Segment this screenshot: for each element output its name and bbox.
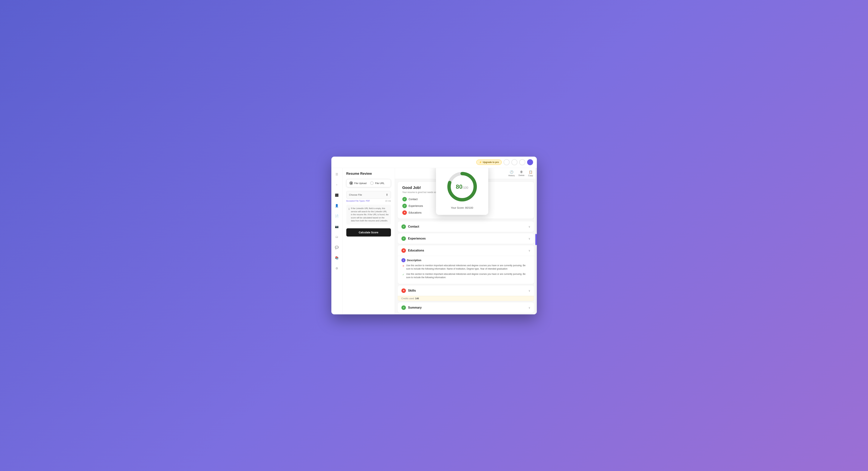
accordion-experiences-title: ✓ Experiences	[401, 236, 426, 241]
browser-controls: ⚡ Upgrade to pro	[476, 159, 533, 165]
radio-file-upload[interactable]: File Upload	[349, 181, 367, 185]
score-label: Your Score: 80/100	[451, 206, 473, 209]
lightning-icon: ⚡	[479, 161, 482, 164]
accordion-summary-header[interactable]: ✓ Summary ∨	[398, 302, 534, 313]
skills-status-icon: ✕	[401, 289, 406, 293]
radio-file-url[interactable]: File URL	[370, 181, 384, 185]
accordion-skills: ✕ Skills ∨ Credits used: 146	[398, 285, 534, 301]
browser-top-bar: ⚡ Upgrade to pro	[331, 157, 537, 168]
accordion-summary-title: ✓ Summary	[401, 305, 422, 310]
user-avatar-1[interactable]	[503, 159, 509, 165]
scrollbar-track	[535, 168, 537, 314]
user-avatar-2[interactable]	[512, 159, 518, 165]
donut-chart: 80/100	[445, 170, 479, 203]
feedback-item-2: ✓ Use this section to mention important …	[402, 272, 530, 279]
copy-label: Copy	[528, 174, 533, 177]
main-layout: ☰ › ⬛ 👤 📄 📷 🗂 💬 📚 ⚙ Resume Review File U…	[331, 168, 537, 314]
educations-status-icon: ✕	[401, 248, 406, 253]
upload-icon: ⬆	[386, 193, 388, 197]
feedback-pass-icon-2: ✓	[402, 273, 404, 279]
sidebar-chat-icon[interactable]: 💬	[333, 244, 340, 251]
delete-action[interactable]: 🗑 Delete	[519, 170, 525, 177]
summary-chevron: ∨	[528, 306, 530, 309]
info-icon: ℹ	[348, 207, 349, 222]
feedback-fail-icon-1: ✕	[402, 264, 404, 270]
radio-group: File Upload File URL	[346, 179, 391, 187]
label-experiences: Experiences	[409, 204, 423, 207]
summary-title-label: Summary	[408, 306, 422, 309]
user-avatar-3[interactable]	[519, 159, 525, 165]
file-upload-area[interactable]: Choose File ⬆	[346, 191, 391, 199]
status-educations: ✕	[402, 210, 407, 215]
history-label: History	[508, 174, 515, 177]
radio-circle-upload	[349, 181, 353, 185]
sidebar-expand-icon[interactable]: ›	[333, 181, 340, 188]
summary-status-icon: ✓	[401, 305, 406, 310]
delete-label: Delete	[519, 174, 525, 176]
feedback-text-1: Use this section to mention important ed…	[406, 264, 530, 270]
label-educations: Educations	[409, 211, 422, 214]
sidebar-document-icon[interactable]: 📄	[333, 213, 340, 220]
accordion-educations-header[interactable]: ✕ Educations ∨	[398, 245, 534, 256]
content-area: 80/100 Your Score: 80/100 🕐 History 🗑 De…	[395, 168, 537, 314]
sidebar-folder-icon[interactable]: 🗂	[333, 234, 340, 240]
left-panel: Resume Review File Upload File URL Choos…	[343, 168, 395, 314]
file-size-label: 10 mb	[385, 200, 391, 202]
label-contact: Contact	[409, 198, 417, 201]
sidebar-layers-icon[interactable]: ⬛	[333, 192, 340, 198]
description-header: i Description	[401, 256, 530, 264]
contact-status-icon: ✓	[401, 225, 406, 229]
browser-window: ⚡ Upgrade to pro ☰ › ⬛ 👤 📄 📷 🗂 💬 📚 ⚙ Res…	[331, 157, 537, 314]
accordion-contact-header[interactable]: ✓ Contact ∨	[398, 222, 534, 232]
file-types-label: Accepted File Types: PDF	[346, 200, 370, 202]
accordion-container: ✓ Contact ∨ ✓ Experiences ∨	[398, 222, 534, 313]
experiences-title-label: Experiences	[408, 237, 426, 240]
accordion-educations-title: ✕ Educations	[401, 248, 424, 253]
credits-value: 146	[415, 297, 419, 300]
score-total: /100	[463, 186, 468, 189]
credits-bar: Credits used: 146	[398, 296, 534, 301]
feedback-item-1: ✕ Use this section to mention important …	[402, 264, 530, 270]
accordion-contact-title: ✓ Contact	[401, 225, 419, 229]
accordion-skills-header[interactable]: ✕ Skills ∨	[398, 285, 534, 296]
accordion-contact: ✓ Contact ∨	[398, 222, 534, 232]
donut-center: 80/100	[456, 183, 468, 190]
sidebar-settings-icon[interactable]: ⚙	[333, 265, 340, 272]
sidebar: ☰ › ⬛ 👤 📄 📷 🗂 💬 📚 ⚙	[331, 168, 343, 314]
accordion-experiences: ✓ Experiences ∨	[398, 233, 534, 244]
accordion-experiences-header[interactable]: ✓ Experiences ∨	[398, 233, 534, 244]
contact-chevron: ∨	[528, 225, 530, 228]
feedback-list: ✕ Use this section to mention important …	[401, 264, 530, 279]
scrollbar-thumb[interactable]	[535, 234, 537, 245]
experiences-status-icon: ✓	[401, 236, 406, 241]
info-box: ℹ If the LinkedIn URL field is empty, th…	[346, 205, 391, 225]
educations-title-label: Educations	[408, 249, 424, 252]
experiences-chevron: ∨	[528, 237, 530, 240]
history-icon: 🕐	[510, 170, 514, 174]
educations-chevron: ∨	[528, 249, 530, 252]
copy-icon: 📋	[529, 170, 532, 174]
upgrade-button[interactable]: ⚡ Upgrade to pro	[476, 160, 502, 165]
feedback-text-2: Use this section to mention important ed…	[406, 272, 530, 279]
history-action[interactable]: 🕐 History	[508, 170, 515, 177]
sidebar-book-icon[interactable]: 📚	[333, 255, 340, 261]
file-meta: Accepted File Types: PDF 10 mb	[346, 200, 391, 202]
skills-chevron: ∨	[528, 289, 530, 292]
desc-icon: i	[401, 258, 405, 262]
user-avatar-4[interactable]	[527, 159, 533, 165]
contact-title-label: Contact	[408, 225, 419, 228]
copy-action[interactable]: 📋 Copy	[528, 170, 533, 177]
sidebar-user-icon[interactable]: 👤	[333, 202, 340, 209]
delete-icon: 🗑	[520, 170, 523, 174]
accordion-summary: ✓ Summary ∨	[398, 302, 534, 313]
credits-label: Credits used:	[401, 297, 415, 300]
panel-title: Resume Review	[346, 172, 391, 176]
accordion-skills-title: ✕ Skills	[401, 289, 416, 293]
description-label: Description	[407, 259, 422, 262]
sidebar-menu-icon[interactable]: ☰	[333, 171, 340, 177]
calculate-score-button[interactable]: Calculate Score	[346, 228, 391, 237]
sidebar-camera-icon[interactable]: 📷	[333, 223, 340, 230]
accordion-educations-body: i Description ✕ Use this section to ment…	[398, 256, 534, 284]
accordion-educations: ✕ Educations ∨ i Description ✕	[398, 245, 534, 284]
skills-title-label: Skills	[408, 289, 416, 292]
